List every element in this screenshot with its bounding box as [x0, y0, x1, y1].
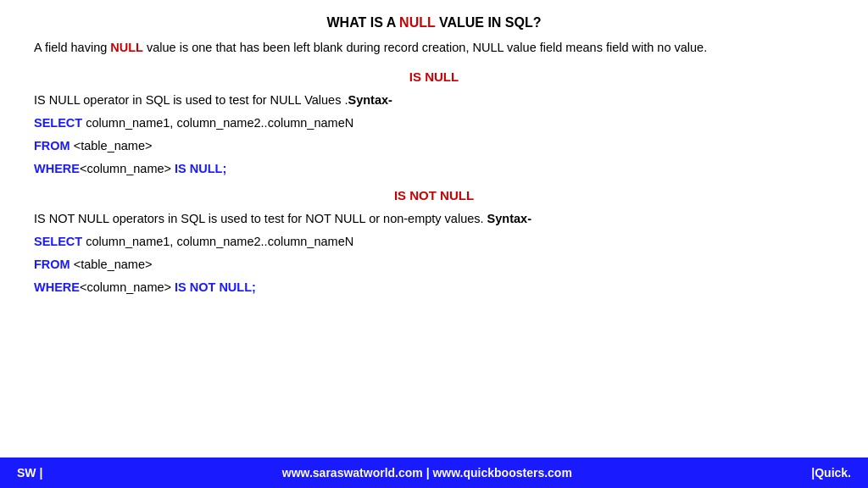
is-null-from: FROM	[34, 139, 70, 152]
is-not-null-line1: SELECT column_name1, column_name2..colum…	[34, 232, 834, 252]
main-content: WHAT IS A NULL VALUE IN SQL? A field hav…	[0, 0, 868, 314]
is-null-line1: SELECT column_name1, column_name2..colum…	[34, 114, 834, 133]
is-not-null-line2: FROM <table_name>	[34, 255, 834, 274]
is-null-table: <table_name>	[70, 139, 153, 152]
is-null-isnull: IS NULL;	[171, 162, 226, 175]
is-not-null-desc: IS NOT NULL operators in SQL is used to …	[34, 209, 834, 229]
is-null-where: WHERE	[34, 162, 80, 175]
is-not-null-columns: column_name1, column_name2..column_nameN	[82, 235, 353, 248]
footer-left: SW |	[17, 466, 42, 480]
is-not-null-colname: <column_name>	[80, 280, 171, 294]
intro-paragraph: A field having NULL value is one that ha…	[34, 39, 834, 58]
title-prefix: WHAT IS A	[326, 15, 399, 30]
footer-right: |Quick.	[811, 466, 851, 480]
is-not-null-line3: WHERE<column_name> IS NOT NULL;	[34, 278, 834, 297]
is-null-desc-bold: Syntax-	[348, 93, 392, 107]
is-not-null-title: IS NOT NULL	[34, 188, 834, 202]
is-null-desc: IS NULL operator in SQL is used to test …	[34, 91, 834, 110]
intro-prefix: A field having	[34, 41, 110, 54]
intro-null: NULL	[110, 41, 143, 54]
title-null: NULL	[399, 15, 435, 30]
is-null-desc-prefix: IS NULL operator in SQL is used to test …	[34, 93, 348, 107]
is-null-line2: FROM <table_name>	[34, 136, 834, 156]
is-null-title: IS NULL	[34, 69, 834, 84]
is-not-null-where: WHERE	[34, 280, 80, 294]
is-null-section: IS NULL IS NULL operator in SQL is used …	[34, 69, 834, 180]
is-not-null-desc-prefix: IS NOT NULL operators in SQL is used to …	[34, 212, 487, 225]
is-not-null-section: IS NOT NULL IS NOT NULL operators in SQL…	[34, 188, 834, 298]
title-suffix: VALUE IN SQL?	[435, 15, 541, 30]
is-null-select: SELECT	[34, 116, 82, 130]
footer: SW | www.saraswatworld.com | www.quickbo…	[0, 458, 868, 488]
footer-center: www.saraswatworld.com | www.quickbooster…	[42, 466, 811, 480]
is-not-null-isnull: IS NOT NULL;	[171, 280, 256, 294]
is-not-null-desc-bold: Syntax-	[487, 212, 531, 225]
is-null-body: IS NULL operator in SQL is used to test …	[34, 91, 834, 180]
main-title: WHAT IS A NULL VALUE IN SQL?	[34, 15, 834, 30]
is-null-columns: column_name1, column_name2..column_nameN	[82, 116, 353, 130]
is-null-line3: WHERE<column_name> IS NULL;	[34, 159, 834, 179]
is-not-null-body: IS NOT NULL operators in SQL is used to …	[34, 209, 834, 298]
is-not-null-from: FROM	[34, 258, 70, 271]
is-not-null-select: SELECT	[34, 235, 82, 248]
intro-suffix: value is one that has been left blank du…	[143, 41, 707, 54]
is-not-null-table: <table_name>	[70, 258, 153, 271]
is-null-colname: <column_name>	[80, 162, 171, 175]
